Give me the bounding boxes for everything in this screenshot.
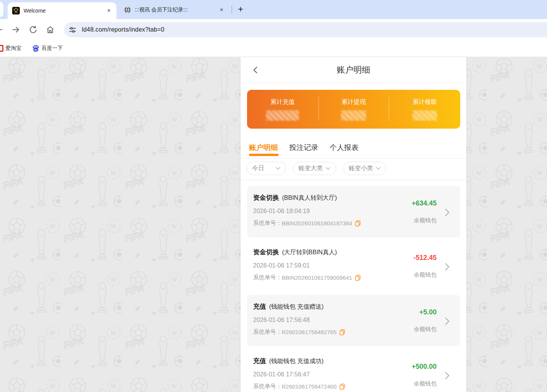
transaction-right: -512.45 余额钱包 — [393, 248, 454, 285]
summary-total-withdraw: 累计提现 — [318, 90, 389, 129]
transaction-row[interactable]: 充值(钱能钱包 充值成功) 2026-01-06 17:56:47 系统单号：R… — [247, 349, 460, 392]
copy-icon[interactable] — [340, 329, 345, 335]
chevron-right-icon — [445, 317, 450, 326]
wallet-label: 余额钱包 — [414, 326, 437, 333]
summary-card: 累计充值 累计提现 累计领取 — [247, 90, 460, 129]
svg-text:du: du — [34, 48, 38, 51]
transaction-info: 资金切换(大厅转到BBIN真人) 2026-01-06 17:59:01 系统单… — [253, 248, 393, 285]
transaction-row[interactable]: 充值(钱能钱包 充值赠送) 2026-01-06 17:56:48 系统单号：R… — [247, 295, 460, 346]
transaction-row[interactable]: 资金切换(BBIN真人转到大厅) 2026-01-06 18:04:19 系统单… — [247, 186, 460, 237]
close-icon[interactable]: × — [105, 7, 113, 14]
wallet-label: 余额钱包 — [414, 380, 437, 387]
tab-separator — [231, 5, 232, 14]
filter-row: 今日 账变大类 账变小类 — [241, 159, 466, 180]
transaction-info: 充值(钱能钱包 充值赠送) 2026-01-06 17:56:48 系统单号：R… — [253, 302, 393, 340]
filter-date-select[interactable]: 今日 — [247, 162, 286, 175]
bookmark-aitaobao[interactable]: 爱淘宝 — [5, 40, 21, 57]
globe-icon — [124, 6, 131, 13]
wallet-label: 余额钱包 — [414, 217, 437, 224]
forward-icon[interactable] — [11, 25, 20, 34]
summary-divider — [389, 97, 389, 120]
aitaobao-icon — [0, 45, 3, 52]
report-tabs: 账户明细 投注记录 个人报表 — [241, 129, 466, 159]
window-edge-sliver — [0, 2, 3, 17]
address-bar[interactable]: ld48.com/reports/index?tab=0 — [64, 22, 547, 37]
order-number: BBIN202601061759009641 — [282, 274, 352, 281]
transaction-amount: -512.45 — [413, 254, 437, 262]
transaction-right: +634.45 余额钱包 — [393, 193, 454, 231]
baidu-icon: du — [32, 45, 40, 52]
back-chevron-icon[interactable] — [251, 65, 260, 75]
browser-tab-strip: Welcome × :::视讯 会员下注纪录::: × + — [0, 0, 547, 19]
page-title: 账户明细 — [337, 64, 370, 76]
bookmarks-bar: 爱淘宝 du 百度一下 — [0, 40, 547, 57]
order-number: R2601061756482765 — [282, 329, 336, 335]
masked-value — [413, 110, 437, 121]
site-settings-icon[interactable] — [69, 26, 76, 33]
chevron-down-icon — [325, 167, 331, 170]
wallet-label: 余额钱包 — [414, 271, 437, 279]
tab-title: Welcome — [24, 8, 105, 14]
bookmark-baidu[interactable]: du 百度一下 — [32, 40, 63, 57]
transaction-subtype: (BBIN真人转到大厅) — [282, 194, 337, 201]
transaction-datetime: 2026-01-06 17:56:47 — [253, 371, 393, 378]
summary-divider — [319, 97, 319, 120]
new-tab-button[interactable]: + — [235, 4, 246, 15]
transaction-datetime: 2026-01-06 17:59:01 — [253, 262, 393, 269]
transaction-type: 资金切换 — [253, 249, 279, 256]
copy-icon[interactable] — [355, 275, 360, 281]
order-number: BBIN202601061804187384 — [282, 220, 352, 226]
filter-major-category-select[interactable]: 账变大类 — [293, 162, 336, 175]
masked-value — [266, 110, 299, 121]
transaction-type: 充值 — [253, 303, 266, 310]
transaction-type: 资金切换 — [253, 194, 279, 201]
browser-tab-betting-records[interactable]: :::视讯 会员下注纪录::: × — [121, 3, 228, 17]
order-number-label: 系统单号： — [253, 383, 282, 390]
transaction-info: 充值(钱能钱包 充值成功) 2026-01-06 17:56:47 系统单号：R… — [253, 357, 393, 392]
summary-total-claimed: 累计领取 — [389, 90, 460, 129]
close-icon[interactable]: × — [218, 6, 225, 14]
transaction-datetime: 2026-01-06 17:56:48 — [253, 317, 393, 323]
url-text[interactable]: ld48.com/reports/index?tab=0 — [82, 26, 164, 33]
account-detail-panel: 账户明细 累计充值 累计提现 累计领取 账户明细 投注记录 个人报表 — [241, 57, 466, 392]
copy-icon[interactable] — [340, 384, 345, 390]
reload-icon[interactable] — [29, 25, 38, 34]
filter-minor-category-select[interactable]: 账变小类 — [343, 162, 386, 175]
browser-tab-welcome[interactable]: Welcome × — [8, 2, 116, 19]
order-number-label: 系统单号： — [253, 274, 282, 281]
tab-title: :::视讯 会员下注纪录::: — [135, 6, 218, 13]
transaction-amount: +500.00 — [411, 363, 437, 371]
masked-value — [341, 110, 366, 121]
home-icon[interactable] — [46, 25, 55, 34]
chevron-down-icon — [275, 167, 281, 170]
transaction-row[interactable]: 资金切换(大厅转到BBIN真人) 2026-01-06 17:59:01 系统单… — [247, 241, 460, 292]
tab-bet-records[interactable]: 投注记录 — [289, 143, 318, 158]
app-header: 账户明细 — [241, 57, 466, 83]
summary-total-deposit: 累计充值 — [247, 90, 318, 129]
transaction-type: 充值 — [253, 357, 266, 365]
page-background: FIFA — [0, 57, 547, 392]
chevron-right-icon — [445, 262, 450, 271]
transaction-subtype: (钱能钱包 充值成功) — [269, 358, 324, 364]
back-icon[interactable] — [0, 25, 4, 34]
transaction-amount: +634.45 — [411, 199, 437, 207]
chevron-right-icon — [445, 208, 450, 217]
transaction-right: +5.00 余额钱包 — [393, 302, 454, 340]
tab-account-detail[interactable]: 账户明细 — [249, 143, 278, 158]
browser-toolbar: ld48.com/reports/index?tab=0 — [0, 19, 547, 40]
order-number: R2601061756472400 — [282, 383, 336, 390]
transaction-right: +500.00 余额钱包 — [393, 357, 454, 392]
site-favicon — [12, 7, 20, 14]
transaction-subtype: (钱能钱包 充值赠送) — [269, 303, 324, 310]
order-number-label: 系统单号： — [253, 328, 282, 336]
copy-icon[interactable] — [355, 220, 360, 226]
tab-personal-report[interactable]: 个人报表 — [330, 143, 359, 158]
transaction-amount: +5.00 — [419, 308, 437, 316]
chevron-down-icon — [376, 167, 381, 170]
transaction-list: 资金切换(BBIN真人转到大厅) 2026-01-06 18:04:19 系统单… — [241, 180, 466, 392]
transaction-info: 资金切换(BBIN真人转到大厅) 2026-01-06 18:04:19 系统单… — [253, 193, 393, 231]
transaction-subtype: (大厅转到BBIN真人) — [282, 249, 337, 255]
transaction-datetime: 2026-01-06 18:04:19 — [253, 208, 393, 215]
order-number-label: 系统单号： — [253, 220, 282, 227]
chevron-right-icon — [445, 371, 450, 380]
